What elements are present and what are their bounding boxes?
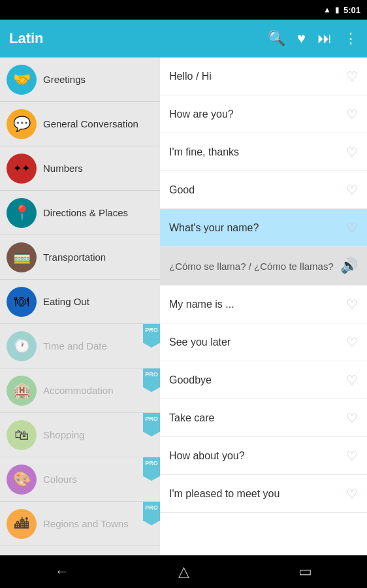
- heart-icon-3[interactable]: ♡: [346, 144, 358, 160]
- phrase-text-1: Hello / Hi: [169, 71, 346, 82]
- sidebar-item-colours[interactable]: 🎨 Colours PRO: [0, 457, 160, 502]
- heart-icon-4[interactable]: ♡: [346, 182, 358, 198]
- accommodation-icon: 🏨: [7, 376, 37, 406]
- pro-badge-regions: PRO: [143, 502, 160, 525]
- pro-badge-colours: PRO: [143, 457, 160, 481]
- battery-icon: ▮: [335, 5, 340, 14]
- time-date-icon: 🕐: [7, 331, 37, 361]
- phrase-text-12: I'm pleased to meet you: [169, 488, 346, 500]
- heart-icon-5[interactable]: ♡: [346, 220, 358, 236]
- sidebar-label-numbers: Numbers: [43, 163, 83, 174]
- sidebar-item-greetings[interactable]: 🤝 Greetings: [0, 57, 160, 102]
- sidebar-item-directions-places[interactable]: 📍 Directions & Places: [0, 191, 160, 235]
- pro-text-4: PRO: [145, 460, 158, 466]
- sidebar-label-transportation: Transportation: [43, 252, 106, 263]
- shopping-icon: 🛍: [7, 420, 37, 450]
- phrase-text-2: How are you?: [169, 108, 346, 120]
- phrase-item-3[interactable]: I'm fine, thanks ♡: [160, 133, 367, 171]
- home-button[interactable]: △: [178, 563, 189, 580]
- general-conversation-icon: 💬: [7, 109, 37, 139]
- sidebar-label-colours: Colours: [43, 474, 77, 485]
- colours-icon: 🎨: [7, 465, 37, 495]
- pro-badge-time-date: PRO: [143, 324, 160, 348]
- sidebar-item-regions-towns[interactable]: 🏙 Regions and Towns PRO: [0, 502, 160, 546]
- recent-button[interactable]: ▭: [298, 563, 312, 580]
- pro-badge-shopping: PRO: [143, 413, 160, 436]
- play-button[interactable]: ⏭: [317, 30, 332, 47]
- pro-badge-accommodation: PRO: [143, 368, 160, 392]
- sidebar-label-accommodation: Accommodation: [43, 385, 114, 396]
- app-bar-actions: 🔍 ♥ ⏭ ⋮: [268, 30, 358, 47]
- heart-icon-12[interactable]: ♡: [346, 486, 358, 502]
- phrase-text-5: What's your name?: [169, 222, 346, 234]
- phrase-translation-text: ¿Cómo se llama? / ¿Cómo te llamas?: [169, 261, 340, 272]
- phrase-text-11: How about you?: [169, 450, 346, 462]
- phrase-item-12[interactable]: I'm pleased to meet you ♡: [160, 475, 367, 513]
- phrase-text-7: My name is ...: [169, 299, 346, 310]
- sidebar-label-greetings: Greetings: [43, 74, 86, 85]
- sidebar-item-transportation[interactable]: 🚃 Transportation: [0, 235, 160, 280]
- wifi-icon: ▲: [323, 5, 331, 14]
- heart-icon-9[interactable]: ♡: [346, 372, 358, 388]
- phrase-item-7[interactable]: My name is ... ♡: [160, 286, 367, 323]
- phrase-item-translation[interactable]: ¿Cómo se llama? / ¿Cómo te llamas? 🔊: [160, 247, 367, 286]
- phrase-list: Hello / Hi ♡ How are you? ♡ I'm fine, th…: [160, 57, 367, 555]
- sidebar: 🤝 Greetings 💬 General Conversation ✦✦ Nu…: [0, 57, 160, 555]
- phrase-item-10[interactable]: Take care ♡: [160, 399, 367, 437]
- eating-out-icon: 🍽: [7, 287, 37, 317]
- heart-icon-7[interactable]: ♡: [346, 297, 358, 312]
- phrase-item-5[interactable]: What's your name? ♡: [160, 209, 367, 247]
- sidebar-label-shopping: Shopping: [43, 429, 84, 440]
- phrase-text-10: Take care: [169, 412, 346, 424]
- sidebar-item-general-conversation[interactable]: 💬 General Conversation: [0, 102, 160, 146]
- phrase-item-11[interactable]: How about you? ♡: [160, 437, 367, 475]
- speaker-icon[interactable]: 🔊: [340, 257, 358, 274]
- search-button[interactable]: 🔍: [268, 30, 285, 47]
- phrase-text-9: Goodbye: [169, 374, 346, 386]
- heart-icon-11[interactable]: ♡: [346, 448, 358, 464]
- sidebar-label-eating-out: Eating Out: [43, 296, 89, 307]
- regions-icon: 🏙: [7, 509, 37, 539]
- heart-icon-8[interactable]: ♡: [346, 335, 358, 350]
- numbers-icon: ✦✦: [7, 154, 37, 184]
- phrase-text-3: I'm fine, thanks: [169, 146, 346, 158]
- sidebar-item-accommodation[interactable]: 🏨 Accommodation PRO: [0, 368, 160, 413]
- heart-icon-2[interactable]: ♡: [346, 106, 358, 122]
- phrase-item-8[interactable]: See you later ♡: [160, 323, 367, 361]
- sidebar-item-eating-out[interactable]: 🍽 Eating Out: [0, 280, 160, 324]
- sidebar-item-shopping[interactable]: 🛍 Shopping PRO: [0, 413, 160, 457]
- sidebar-item-numbers[interactable]: ✦✦ Numbers: [0, 146, 160, 191]
- heart-icon-1[interactable]: ♡: [346, 69, 358, 84]
- pro-text-5: PRO: [145, 504, 158, 511]
- phrase-text-4: Good: [169, 184, 346, 196]
- app-title: Latin: [9, 30, 261, 47]
- sidebar-label-general-conversation: General Conversation: [43, 118, 138, 129]
- sidebar-item-time-date[interactable]: 🕐 Time and Date PRO: [0, 324, 160, 368]
- app-bar: Latin 🔍 ♥ ⏭ ⋮: [0, 20, 367, 57]
- pro-text: PRO: [145, 327, 158, 333]
- more-button[interactable]: ⋮: [343, 30, 358, 47]
- directions-icon: 📍: [7, 198, 37, 228]
- pro-text-2: PRO: [145, 371, 158, 378]
- sidebar-label-regions: Regions and Towns: [43, 518, 129, 529]
- favorite-button[interactable]: ♥: [297, 30, 306, 47]
- transportation-icon: 🚃: [7, 242, 37, 272]
- status-bar: ▲ ▮ 5:01: [0, 0, 367, 20]
- pro-text-3: PRO: [145, 416, 158, 422]
- phrase-item-9[interactable]: Goodbye ♡: [160, 361, 367, 399]
- greetings-icon: 🤝: [7, 65, 37, 95]
- sidebar-label-time-date: Time and Date: [43, 340, 107, 351]
- phrase-text-8: See you later: [169, 336, 346, 348]
- phrase-item-2[interactable]: How are you? ♡: [160, 95, 367, 133]
- bottom-nav: ← △ ▭: [0, 555, 367, 588]
- phrase-item-4[interactable]: Good ♡: [160, 171, 367, 209]
- back-button[interactable]: ←: [55, 563, 69, 580]
- phrase-item-1[interactable]: Hello / Hi ♡: [160, 57, 367, 95]
- status-time: 5:01: [343, 5, 360, 15]
- sidebar-label-directions: Directions & Places: [43, 207, 128, 218]
- heart-icon-10[interactable]: ♡: [346, 410, 358, 426]
- main-content: 🤝 Greetings 💬 General Conversation ✦✦ Nu…: [0, 57, 367, 555]
